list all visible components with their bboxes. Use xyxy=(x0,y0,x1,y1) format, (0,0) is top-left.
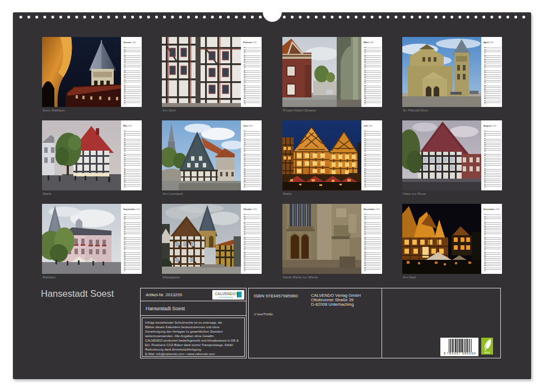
svg-text:eco: eco xyxy=(485,351,490,354)
